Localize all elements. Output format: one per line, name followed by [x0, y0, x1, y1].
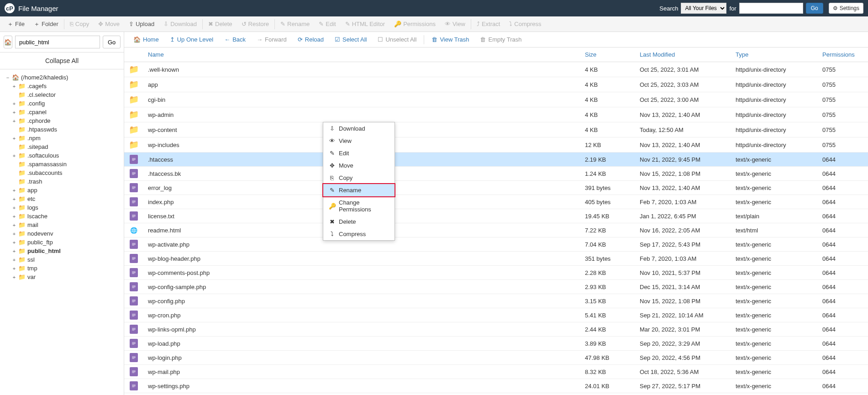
- ctx-move[interactable]: ✥Move: [323, 159, 395, 172]
- path-go-button[interactable]: Go: [103, 36, 121, 48]
- table-row[interactable]: license.txt19.45 KBJan 1, 2022, 6:45 PMt…: [124, 209, 868, 223]
- tree-item-label[interactable]: .htpasswds: [27, 126, 57, 133]
- ctx-view[interactable]: 👁View: [323, 135, 395, 147]
- reload-action[interactable]: ⟳Reload: [292, 36, 329, 43]
- tree-item-label[interactable]: .trash: [27, 178, 42, 185]
- home-button[interactable]: 🏠: [4, 36, 12, 48]
- tree-item[interactable]: +📁.softaculous: [12, 151, 120, 160]
- tree-item-label[interactable]: .cagefs: [27, 83, 47, 90]
- home-action[interactable]: 🏠Home: [128, 36, 164, 43]
- expand-icon[interactable]: [12, 144, 16, 150]
- tree-item[interactable]: +📁var: [12, 273, 120, 281]
- view-trash-action[interactable]: 🗑View Trash: [426, 36, 474, 43]
- expand-icon[interactable]: +: [12, 196, 16, 202]
- file-button[interactable]: ＋File: [3, 16, 29, 32]
- tree-item[interactable]: +📁public_html: [12, 247, 120, 255]
- expand-icon[interactable]: +: [12, 110, 16, 115]
- tree-item[interactable]: +📁.config: [12, 99, 120, 108]
- expand-icon[interactable]: +: [12, 248, 16, 254]
- edit-button[interactable]: ✎Edit: [314, 16, 340, 32]
- tree-item[interactable]: 📁.htpasswds: [12, 125, 120, 134]
- table-row[interactable]: .htaccess2.19 KBNov 21, 2022, 9:45 PMtex…: [124, 153, 868, 167]
- tree-item-label[interactable]: var: [27, 274, 36, 280]
- col-size[interactable]: Size: [580, 47, 635, 62]
- path-input[interactable]: [15, 36, 100, 48]
- table-row[interactable]: wp-config.php3.15 KBNov 15, 2022, 1:08 P…: [124, 294, 868, 308]
- expand-icon[interactable]: +: [12, 222, 16, 228]
- tree-item-label[interactable]: .softaculous: [27, 152, 59, 159]
- tree-item[interactable]: 📁.sitepad: [12, 142, 120, 151]
- tree-item[interactable]: +📁.npm: [12, 134, 120, 142]
- expand-icon[interactable]: +: [12, 274, 16, 280]
- table-row[interactable]: wp-login.php47.98 KBSep 20, 2022, 4:56 P…: [124, 351, 868, 365]
- expand-icon[interactable]: +: [12, 136, 16, 141]
- table-row[interactable]: error_log391 bytesNov 13, 2022, 1:40 AMt…: [124, 181, 868, 195]
- tree-item[interactable]: 📁.trash: [12, 177, 120, 186]
- expand-icon[interactable]: +: [12, 118, 16, 124]
- tree-item-label[interactable]: public_html: [27, 248, 61, 254]
- download-button[interactable]: ⇩Download: [159, 16, 201, 32]
- tree-item[interactable]: +📁logs: [12, 203, 120, 212]
- expand-icon[interactable]: [12, 170, 16, 176]
- table-row[interactable]: 🌐readme.html7.22 KBNov 16, 2022, 2:05 AM…: [124, 223, 868, 237]
- forward-action[interactable]: →Forward: [251, 36, 292, 43]
- tree-item[interactable]: +📁etc: [12, 195, 120, 203]
- expand-icon[interactable]: +: [12, 231, 16, 237]
- tree-item-label[interactable]: nodevenv: [27, 230, 53, 237]
- ctx-download[interactable]: ⇩Download: [323, 122, 395, 135]
- table-row[interactable]: wp-activate.php7.04 KBSep 17, 2022, 5:43…: [124, 237, 868, 252]
- table-row[interactable]: 📁cgi-bin4 KBOct 25, 2022, 3:00 AMhttpd/u…: [124, 92, 868, 107]
- move-button[interactable]: ✥Move: [94, 16, 124, 32]
- table-row[interactable]: wp-mail.php8.32 KBOct 18, 2022, 5:36 AMt…: [124, 365, 868, 379]
- tree-item[interactable]: 📁.spamassassin: [12, 160, 120, 169]
- tree-item-label[interactable]: public_ftp: [27, 239, 53, 246]
- ctx-edit[interactable]: ✎Edit: [323, 147, 395, 159]
- ctx-rename[interactable]: ✎Rename: [322, 183, 395, 197]
- table-row[interactable]: 📁wp-includes12 KBNov 13, 2022, 1:40 AMht…: [124, 137, 868, 153]
- ctx-copy[interactable]: ⎘Copy: [323, 172, 395, 184]
- expand-icon[interactable]: [12, 127, 16, 132]
- ctx-change-permissions[interactable]: 🔑Change Permissions: [323, 196, 395, 216]
- collapse-icon[interactable]: −: [5, 75, 10, 80]
- expand-icon[interactable]: +: [12, 240, 16, 245]
- expand-icon[interactable]: +: [12, 188, 16, 193]
- compress-button[interactable]: ⤵Compress: [505, 16, 546, 32]
- extract-button[interactable]: ⤴Extract: [472, 16, 505, 32]
- table-row[interactable]: wp-load.php3.89 KBSep 20, 2022, 3:29 AMt…: [124, 337, 868, 351]
- ctx-compress[interactable]: ⤵Compress: [323, 228, 395, 240]
- tree-item-label[interactable]: .npm: [27, 135, 41, 142]
- tree-root-label[interactable]: (/home2/khaledis): [21, 74, 68, 81]
- table-row[interactable]: index.php405 bytesFeb 7, 2020, 1:03 AMte…: [124, 195, 868, 209]
- tree-item-label[interactable]: .cphorde: [27, 117, 51, 124]
- tree-item-label[interactable]: ssl: [27, 256, 35, 263]
- expand-icon[interactable]: +: [12, 214, 16, 219]
- col-name[interactable]: Name: [143, 47, 580, 62]
- upload-button[interactable]: ⇧Upload: [124, 16, 159, 32]
- search-go-button[interactable]: Go: [806, 3, 823, 14]
- settings-button[interactable]: ⚙ Settings: [829, 3, 863, 14]
- tree-item-label[interactable]: tmp: [27, 265, 37, 272]
- expand-icon[interactable]: +: [12, 205, 16, 211]
- search-input[interactable]: [739, 3, 803, 14]
- tree-item[interactable]: +📁mail: [12, 221, 120, 229]
- select-all-action[interactable]: ☑Select All: [329, 36, 372, 43]
- tree-item[interactable]: 📁.subaccounts: [12, 169, 120, 177]
- table-row[interactable]: wp-links-opml.php2.44 KBMar 20, 2022, 3:…: [124, 322, 868, 337]
- delete-button[interactable]: ✖Delete: [204, 16, 237, 32]
- expand-icon[interactable]: +: [12, 101, 16, 106]
- unselect-all-action[interactable]: ☐Unselect All: [372, 36, 422, 43]
- tree-item-label[interactable]: .spamassassin: [27, 161, 67, 168]
- table-row[interactable]: 📁wp-admin4 KBNov 13, 2022, 1:40 AMhttpd/…: [124, 107, 868, 122]
- table-row[interactable]: 📁app4 KBOct 25, 2022, 3:03 AMhttpd/unix-…: [124, 77, 868, 92]
- tree-item[interactable]: +📁nodevenv: [12, 229, 120, 238]
- view-button[interactable]: 👁View: [440, 16, 470, 32]
- table-row[interactable]: wp-config-sample.php2.93 KBDec 15, 2021,…: [124, 280, 868, 294]
- tree-item-label[interactable]: .subaccounts: [27, 169, 63, 176]
- tree-item[interactable]: 📁.cl.selector: [12, 90, 120, 99]
- expand-icon[interactable]: [12, 162, 16, 167]
- tree-item[interactable]: +📁public_ftp: [12, 238, 120, 247]
- up-one-level-action[interactable]: ↥Up One Level: [164, 36, 219, 43]
- copy-button[interactable]: ⎘Copy: [65, 16, 94, 32]
- tree-item-label[interactable]: .config: [27, 100, 45, 107]
- tree-item-label[interactable]: .sitepad: [27, 143, 48, 150]
